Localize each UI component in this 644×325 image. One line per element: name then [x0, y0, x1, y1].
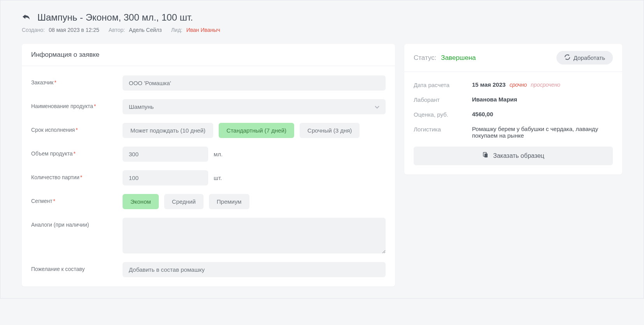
- status-card: Статус: Завершена Доработать Дата расчет…: [404, 44, 622, 175]
- refine-button-label: Доработать: [574, 54, 605, 61]
- status-label: Статус:: [414, 54, 436, 61]
- qty-input[interactable]: [123, 170, 208, 185]
- segment-option-premium[interactable]: Премиум: [209, 194, 249, 209]
- analogs-label: Аналоги (при наличии): [31, 218, 123, 228]
- request-info-title: Информация о заявке: [31, 51, 100, 59]
- customer-input[interactable]: [123, 75, 386, 91]
- deadline-option-standard[interactable]: Стандартный (7 дней): [219, 123, 294, 138]
- calc-date-label: Дата расчета: [414, 81, 472, 88]
- price-label: Оценка, руб.: [414, 111, 472, 118]
- volume-label: Объем продукта*: [31, 147, 123, 157]
- back-button[interactable]: [22, 13, 30, 22]
- copy-icon: [482, 152, 488, 160]
- segment-option-mid[interactable]: Средний: [164, 194, 204, 209]
- qty-unit: шт.: [214, 175, 222, 181]
- order-sample-label: Заказать образец: [493, 152, 544, 159]
- analogs-textarea[interactable]: [123, 218, 386, 253]
- status-value: Завершена: [441, 54, 476, 61]
- wish-input[interactable]: [123, 262, 386, 277]
- author-label: Автор:: [109, 27, 125, 33]
- product-label: Наименование продукта*: [31, 99, 123, 109]
- order-sample-button[interactable]: Заказать образец: [414, 147, 613, 165]
- segment-option-econom[interactable]: Эконом: [123, 194, 159, 209]
- logistics-value: Ромашку берем у бабушки с чердака, лаван…: [472, 126, 613, 139]
- product-select[interactable]: [123, 99, 386, 114]
- lead-label: Лид:: [171, 27, 182, 33]
- refresh-icon: [564, 54, 570, 61]
- calc-date-value: 15 мая 2023: [472, 81, 505, 88]
- reply-arrow-icon: [22, 13, 30, 20]
- tag-overdue: просрочено: [531, 82, 560, 88]
- created-label: Создано:: [22, 27, 45, 33]
- lab-label: Лаборант: [414, 96, 472, 103]
- tag-urgent: срочно: [509, 82, 527, 88]
- created-value: 08 мая 2023 в 12:25: [49, 27, 99, 33]
- request-info-card: Информация о заявке Заказчик* Наименован…: [22, 44, 395, 287]
- lab-value: Иванова Мария: [472, 96, 517, 103]
- author-value: Адель Сейлз: [129, 27, 162, 33]
- logistics-label: Логистика: [414, 126, 472, 133]
- qty-label: Количество партии*: [31, 170, 123, 180]
- meta-row: Создано: 08 мая 2023 в 12:25 Автор: Адел…: [22, 27, 622, 33]
- deadline-option-urgent[interactable]: Срочный (3 дня): [300, 123, 360, 138]
- volume-input[interactable]: [123, 147, 208, 162]
- price-value: 4560,00: [472, 111, 493, 117]
- svg-rect-1: [484, 154, 488, 157]
- deadline-option-wait[interactable]: Может подождать (10 дней): [123, 123, 213, 138]
- wish-label: Пожелание к составу: [31, 262, 123, 272]
- segment-label: Сегмент*: [31, 194, 123, 204]
- lead-link[interactable]: Иван Иваныч: [186, 27, 220, 33]
- deadline-label: Срок исполнения*: [31, 123, 123, 133]
- page-title: Шампунь - Эконом, 300 мл., 100 шт.: [37, 12, 193, 23]
- volume-unit: мл.: [214, 151, 223, 157]
- refine-button[interactable]: Доработать: [556, 51, 613, 65]
- customer-label: Заказчик*: [31, 75, 123, 86]
